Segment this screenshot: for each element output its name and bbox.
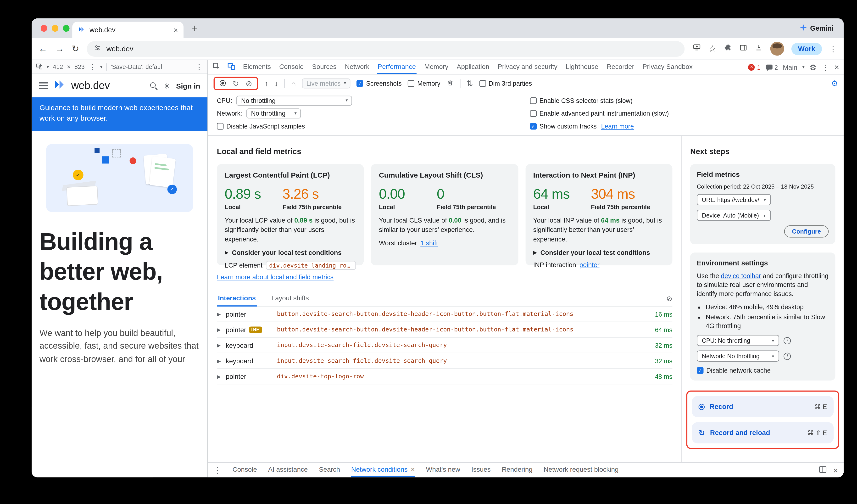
inp-pointer-link[interactable]: pointer bbox=[579, 261, 600, 269]
tab-privacy-security[interactable]: Privacy and security bbox=[497, 60, 558, 74]
env-network-select[interactable]: Network: No throttling ▾ bbox=[697, 351, 779, 362]
error-count[interactable]: 1 bbox=[757, 64, 760, 70]
search-icon[interactable] bbox=[150, 82, 157, 89]
webdev-logo-icon[interactable] bbox=[53, 79, 66, 93]
history-select[interactable]: Live metrics ▾ bbox=[302, 78, 351, 88]
drawer-tab-rendering[interactable]: Rendering bbox=[502, 463, 533, 477]
drawer-menu-kebab-icon[interactable]: ⋮ bbox=[214, 466, 221, 474]
row-expand-caret-icon[interactable]: ▶ bbox=[217, 327, 226, 332]
paint-instrumentation-checkbox[interactable]: ✓ Enable advanced paint instrumentation … bbox=[530, 110, 669, 117]
avatar[interactable] bbox=[770, 41, 784, 55]
field-url-select[interactable]: URL: https://web.dev/ ▾ bbox=[697, 194, 771, 205]
tab-interactions[interactable]: Interactions bbox=[217, 290, 257, 306]
interaction-row[interactable]: ▶ pointer button.devsite-search-button.d… bbox=[217, 306, 673, 322]
tab-performance[interactable]: Performance bbox=[377, 60, 416, 74]
tab-lighthouse[interactable]: Lighthouse bbox=[565, 60, 599, 74]
record-reload-button-sidebar[interactable]: ↻ Record and reload ⌘ ⇧ E bbox=[692, 422, 834, 443]
record-reload-button[interactable]: ↻ bbox=[233, 79, 239, 87]
css-selector-stats-checkbox[interactable]: ✓ Enable CSS selector stats (slow) bbox=[530, 97, 633, 104]
screenshots-checkbox[interactable]: ✓ Screenshots bbox=[357, 80, 402, 87]
new-tab-button[interactable]: + bbox=[191, 23, 197, 34]
error-badge-icon[interactable]: ✕ bbox=[748, 64, 755, 70]
dim-3rd-parties-checkbox[interactable]: ✓ Dim 3rd parties bbox=[479, 80, 532, 87]
load-profile-icon[interactable]: ↑ bbox=[264, 79, 268, 87]
dim-checkbox-box[interactable]: ✓ bbox=[479, 80, 486, 87]
bookmark-star-icon[interactable]: ☆ bbox=[708, 44, 716, 53]
browser-menu-kebab-icon[interactable]: ⋮ bbox=[829, 45, 837, 53]
side-panel-icon[interactable] bbox=[739, 44, 747, 54]
paint-checkbox-box[interactable]: ✓ bbox=[530, 110, 537, 117]
viewport-height-input[interactable]: 823 bbox=[74, 63, 85, 70]
row-expand-caret-icon[interactable]: ▶ bbox=[217, 312, 226, 317]
message-count[interactable]: 2 bbox=[774, 64, 778, 70]
custom-tracks-checkbox[interactable]: ✓ Show custom tracks bbox=[530, 123, 597, 130]
viewport-width-input[interactable]: 412 bbox=[53, 63, 63, 70]
updown-arrows-icon[interactable]: ⇅ bbox=[467, 79, 473, 87]
save-profile-icon[interactable]: ↓ bbox=[274, 79, 278, 87]
context-selector[interactable]: Main bbox=[783, 63, 797, 71]
drawer-close-icon[interactable]: × bbox=[833, 466, 838, 474]
disable-js-checkbox-box[interactable]: ✓ bbox=[217, 123, 224, 130]
cpu-throttle-select[interactable]: No throttling ▾ bbox=[237, 96, 352, 105]
device-toolbar-menu-kebab-icon[interactable]: ⋮ bbox=[195, 63, 203, 71]
css-stats-checkbox-box[interactable]: ✓ bbox=[530, 97, 537, 104]
tab-sources[interactable]: Sources bbox=[312, 60, 337, 74]
cache-checkbox-box[interactable]: ✓ bbox=[697, 367, 704, 374]
window-minimize-button[interactable] bbox=[52, 25, 58, 32]
env-cpu-select[interactable]: CPU: No throttling ▾ bbox=[697, 335, 779, 346]
drawer-tab-issues[interactable]: Issues bbox=[471, 463, 491, 477]
window-zoom-button[interactable] bbox=[63, 25, 70, 32]
devtools-close-icon[interactable]: × bbox=[834, 63, 839, 71]
disable-js-samples-checkbox[interactable]: ✓ Disable JavaScript samples bbox=[217, 123, 305, 130]
clear-interactions-icon[interactable]: ⊘ bbox=[666, 294, 672, 302]
drawer-tab-console[interactable]: Console bbox=[233, 463, 257, 477]
live-metrics-home-icon[interactable]: ⌂ bbox=[291, 79, 296, 87]
site-info-icon[interactable] bbox=[94, 44, 101, 54]
field-metrics-learn-more-link[interactable]: Learn more about local and field metrics bbox=[217, 273, 334, 281]
interaction-row[interactable]: ▶ keyboard input.devsite-search-field.de… bbox=[217, 338, 673, 353]
devtools-settings-gear-icon[interactable]: ⚙ bbox=[810, 63, 817, 71]
device-toolbar-toggle-icon[interactable] bbox=[228, 63, 235, 71]
window-close-button[interactable] bbox=[41, 25, 47, 32]
sign-in-button[interactable]: Sign in bbox=[176, 82, 200, 90]
split-panel-icon[interactable] bbox=[820, 466, 827, 474]
screenshots-checkbox-box[interactable]: ✓ bbox=[357, 80, 364, 87]
tab-memory[interactable]: Memory bbox=[424, 60, 449, 74]
downloads-icon[interactable] bbox=[755, 43, 763, 54]
device-toolbar-link[interactable]: device toolbar bbox=[721, 272, 761, 279]
tab-network[interactable]: Network bbox=[344, 60, 370, 74]
back-button[interactable]: ← bbox=[38, 44, 47, 53]
interaction-row[interactable]: ▶ pointerINP button.devsite-search-butto… bbox=[217, 322, 673, 338]
device-dims-kebab-icon[interactable]: ⋮ bbox=[88, 63, 97, 71]
tab-privacy-sandbox[interactable]: Privacy Sandbox bbox=[642, 60, 693, 74]
site-logo-text[interactable]: web.dev bbox=[71, 80, 110, 92]
configure-button[interactable]: Configure bbox=[784, 225, 829, 237]
network-info-icon[interactable]: i bbox=[784, 353, 791, 360]
record-button[interactable] bbox=[220, 80, 226, 86]
row-expand-caret-icon[interactable]: ▶ bbox=[217, 358, 226, 364]
inspect-element-icon[interactable] bbox=[213, 62, 220, 72]
tab-layout-shifts[interactable]: Layout shifts bbox=[270, 290, 310, 306]
custom-tracks-checkbox-box[interactable]: ✓ bbox=[530, 123, 537, 130]
reload-button[interactable]: ↻ bbox=[72, 44, 79, 53]
drawer-tab-whats-new[interactable]: What's new bbox=[426, 463, 460, 477]
tab-application[interactable]: Application bbox=[456, 60, 490, 74]
forward-button[interactable]: → bbox=[55, 44, 64, 53]
responsive-mode-dropdown[interactable]: ▾ bbox=[47, 64, 49, 69]
save-data-dropdown[interactable]: 'Save-Data': defaul bbox=[111, 63, 162, 70]
field-device-select[interactable]: Device: Auto (Mobile) ▾ bbox=[697, 209, 771, 221]
browser-tab[interactable]: web.dev × bbox=[72, 22, 184, 38]
interaction-row[interactable]: ▶ pointer div.devsite-top-logo-row 48 ms bbox=[217, 369, 673, 384]
tab-close-icon[interactable]: × bbox=[173, 26, 178, 34]
responsive-mode-icon[interactable] bbox=[36, 63, 43, 70]
drawer-tab-ai-assistance[interactable]: AI assistance bbox=[268, 463, 308, 477]
install-icon[interactable] bbox=[692, 43, 701, 54]
record-button-sidebar[interactable]: Record ⌘ E bbox=[692, 396, 834, 417]
drawer-tab-close-icon[interactable]: × bbox=[411, 466, 415, 474]
lcp-element-chip[interactable]: div.devsite-landing-row-ite… bbox=[266, 261, 356, 270]
network-throttle-select[interactable]: No throttling ▾ bbox=[247, 108, 301, 118]
profile-chip[interactable]: Work bbox=[791, 43, 822, 55]
row-expand-caret-icon[interactable]: ▶ bbox=[217, 342, 226, 348]
interaction-row[interactable]: ▶ keyboard input.devsite-search-field.de… bbox=[217, 353, 673, 369]
tab-console[interactable]: Console bbox=[279, 60, 304, 74]
